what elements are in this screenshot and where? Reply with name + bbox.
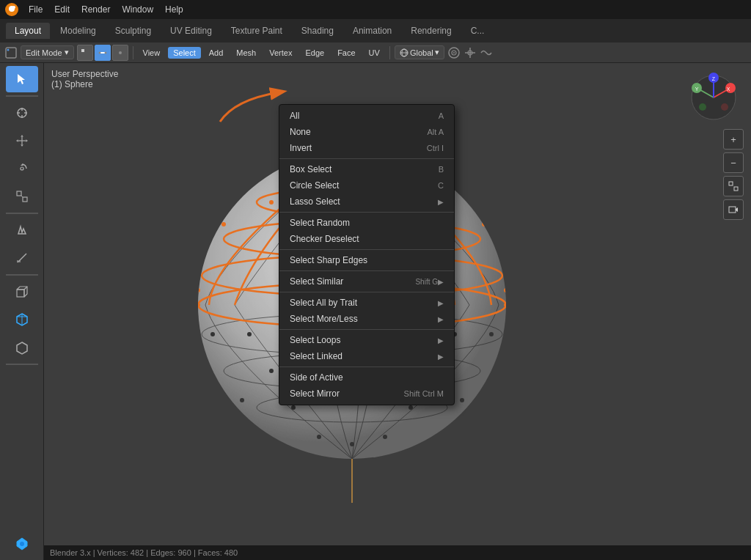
svg-point-77	[247, 332, 252, 336]
tool-separator-4	[6, 364, 38, 365]
svg-point-83	[269, 369, 274, 373]
menu-separator	[279, 329, 454, 330]
menu-window[interactable]: Window	[117, 3, 158, 16]
left-sidebar	[0, 63, 44, 560]
tool-options[interactable]	[6, 531, 38, 557]
tab-compositing[interactable]: C...	[462, 23, 494, 39]
tool-rotate[interactable]	[6, 155, 38, 182]
vertex-menu-btn[interactable]: Vertex	[264, 47, 297, 59]
menu-item-checker-deselect[interactable]: Checker Deselect	[279, 231, 454, 247]
svg-point-106	[721, 103, 728, 111]
svg-point-84	[460, 398, 464, 402]
tab-rendering[interactable]: Rendering	[402, 23, 460, 39]
svg-point-19	[453, 52, 455, 54]
svg-point-68	[196, 288, 200, 292]
tool-separator-1	[6, 95, 38, 97]
add-menu-btn[interactable]: Add	[204, 47, 229, 59]
menu-item-select-sharp-edges[interactable]: Select Sharp Edges	[279, 252, 454, 268]
menu-separator	[279, 212, 454, 213]
tab-texture-paint[interactable]: Texture Paint	[222, 23, 291, 39]
tool-measure[interactable]	[6, 245, 38, 271]
tab-layout[interactable]: Layout	[6, 23, 50, 39]
main-area: User Perspective (1) Sphere	[0, 63, 751, 560]
svg-point-67	[504, 288, 508, 292]
tool-select[interactable]	[6, 66, 38, 92]
menu-item-circle-select[interactable]: Circle SelectC	[279, 177, 454, 194]
menu-item-box-select[interactable]: Box SelectB	[279, 161, 454, 177]
menu-item-none[interactable]: NoneAlt A	[279, 124, 454, 140]
face-menu-btn[interactable]: Face	[332, 47, 360, 59]
tab-modeling[interactable]: Modeling	[51, 23, 105, 39]
workspace-tabs: Layout Modeling Sculpting UV Editing Tex…	[0, 19, 751, 43]
vertex-mode-btn[interactable]	[77, 45, 93, 61]
zoom-out-btn[interactable]: −	[723, 152, 744, 173]
tab-sculpting[interactable]: Sculpting	[106, 23, 160, 39]
menu-separator	[279, 366, 454, 367]
menu-item-label: Select All by Trait	[290, 298, 357, 308]
tool-scale[interactable]	[6, 183, 38, 210]
tab-animation[interactable]: Animation	[344, 23, 400, 39]
svg-line-32	[18, 254, 26, 262]
menu-item-all[interactable]: AllA	[279, 108, 454, 124]
menu-item-side-of-active[interactable]: Side of Active	[279, 369, 454, 386]
menu-item-lasso-select[interactable]: Lasso Select▶	[279, 194, 454, 210]
menu-item-select-more/less[interactable]: Select More/Less▶	[279, 311, 454, 327]
tool-move[interactable]	[6, 128, 38, 154]
cube3-icon	[15, 340, 29, 355]
tool-add-cube-3[interactable]	[6, 334, 38, 361]
global-selector[interactable]: Global ▾	[395, 45, 444, 59]
menu-item-label: Select Mirror	[290, 388, 340, 399]
menu-render[interactable]: Render	[76, 3, 115, 16]
menu-item-label: Select Linked	[290, 351, 342, 361]
proportional-edit-icon[interactable]	[447, 46, 461, 59]
svg-point-87	[291, 405, 296, 410]
mesh-menu-btn[interactable]: Mesh	[231, 47, 261, 59]
svg-rect-110	[729, 207, 736, 213]
menu-item-label: Side of Active	[290, 372, 343, 383]
cursor-icon	[15, 72, 29, 86]
menu-help[interactable]: Help	[160, 3, 188, 16]
separator-2	[389, 46, 390, 59]
svg-point-62	[269, 200, 274, 205]
menu-item-select-random[interactable]: Select Random	[279, 215, 454, 231]
svg-rect-5	[81, 49, 84, 52]
tab-uv-editing[interactable]: UV Editing	[161, 23, 221, 39]
tool-cursor[interactable]	[6, 100, 38, 126]
tool-add-cube[interactable]	[6, 279, 38, 305]
tab-shading[interactable]: Shading	[293, 23, 342, 39]
edge-menu-btn[interactable]: Edge	[300, 47, 329, 59]
edit-mode-dropdown-icon: ▾	[65, 48, 69, 57]
crosshair-icon	[15, 106, 29, 120]
svg-rect-8	[81, 54, 84, 56]
nav-gizmo[interactable]: X Y Z	[688, 72, 739, 123]
menu-item-select-all-by-trait[interactable]: Select All by Trait▶	[279, 295, 454, 311]
menu-item-label: Select Sharp Edges	[290, 255, 367, 265]
menu-item-select-mirror[interactable]: Select MirrorShift Ctrl M	[279, 386, 454, 402]
svg-point-89	[383, 435, 387, 439]
tool-add-cube-2[interactable]	[6, 306, 38, 333]
snap-icon[interactable]	[464, 46, 477, 59]
orientation-gizmo[interactable]: X Y Z	[688, 72, 739, 123]
view-menu-btn[interactable]: View	[138, 47, 166, 59]
viewport[interactable]: User Perspective (1) Sphere	[44, 63, 751, 560]
uv-menu-btn[interactable]: UV	[364, 47, 385, 59]
face-mode-btn[interactable]	[112, 45, 128, 61]
menu-file[interactable]: File	[23, 3, 48, 16]
status-bar: Blender 3.x | Vertices: 482 | Edges: 960…	[44, 545, 751, 560]
select-dropdown-menu: AllANoneAlt AInvertCtrl IBox SelectBCirc…	[279, 104, 455, 405]
zoom-in-btn[interactable]: +	[723, 129, 744, 150]
menu-item-select-similar[interactable]: Select SimilarShift G▶	[279, 273, 454, 290]
zoom-fit-btn[interactable]	[723, 176, 744, 196]
edge-mode-btn[interactable]	[95, 45, 111, 61]
menu-item-select-linked[interactable]: Select Linked▶	[279, 348, 454, 364]
menu-item-invert[interactable]: InvertCtrl I	[279, 140, 454, 156]
edit-mode-selector[interactable]: Edit Mode ▾	[21, 45, 74, 59]
menu-item-select-loops[interactable]: Select Loops▶	[279, 332, 454, 348]
svg-point-11	[104, 51, 106, 54]
camera-view-btn[interactable]	[723, 199, 744, 220]
select-menu-btn[interactable]: Select	[168, 47, 201, 59]
tool-annotate[interactable]	[6, 217, 38, 243]
menu-edit[interactable]: Edit	[49, 3, 75, 16]
svg-point-63	[482, 222, 486, 226]
global-dropdown-icon: ▾	[435, 48, 439, 57]
